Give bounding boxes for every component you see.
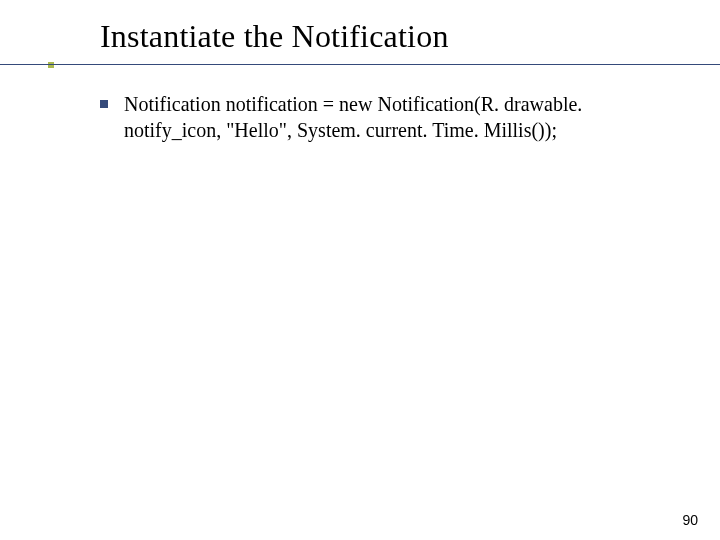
square-bullet-icon [100, 100, 108, 108]
bullet-text: Notification notification = new Notifica… [124, 92, 660, 143]
body-area: Notification notification = new Notifica… [100, 92, 660, 143]
title-underline [0, 64, 720, 65]
title-area: Instantiate the Notification [0, 18, 720, 55]
list-item: Notification notification = new Notifica… [100, 92, 660, 143]
slide-title: Instantiate the Notification [100, 18, 720, 55]
accent-square-icon [48, 62, 54, 68]
slide: Instantiate the Notification Notificatio… [0, 0, 720, 540]
page-number: 90 [682, 512, 698, 528]
